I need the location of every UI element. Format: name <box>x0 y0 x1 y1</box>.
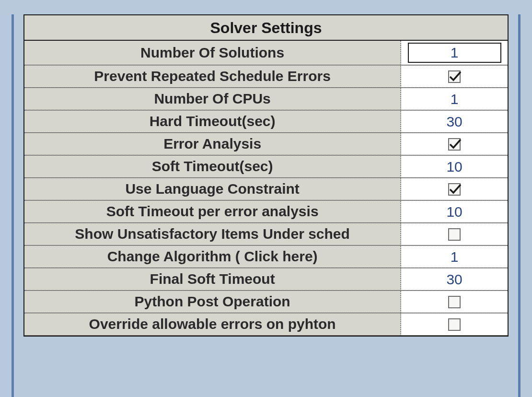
row-override-allowable-errors: Override allowable errors on pyhton <box>24 313 508 336</box>
input-soft-timeout-per-error[interactable] <box>406 204 502 220</box>
value-cell-final-soft-timeout <box>401 269 508 291</box>
label-prevent-repeated-errors: Prevent Repeated Schedule Errors <box>24 66 401 88</box>
label-python-post-operation: Python Post Operation <box>24 291 401 313</box>
label-hard-timeout: Hard Timeout(sec) <box>24 111 401 133</box>
row-final-soft-timeout: Final Soft Timeout <box>24 268 508 291</box>
value-cell-use-language-constraint <box>401 178 508 200</box>
input-hard-timeout[interactable] <box>406 114 502 130</box>
row-prevent-repeated-errors: Prevent Repeated Schedule Errors <box>24 65 508 88</box>
row-change-algorithm: Change Algorithm ( Click here) 1 <box>24 245 508 268</box>
panel-title: Solver Settings <box>24 15 508 41</box>
value-cell-error-analysis <box>401 133 508 155</box>
row-soft-timeout: Soft Timeout(sec) <box>24 155 508 178</box>
checkbox-prevent-repeated-errors[interactable] <box>448 70 461 83</box>
label-soft-timeout: Soft Timeout(sec) <box>24 156 401 178</box>
label-error-analysis: Error Analysis <box>24 133 401 155</box>
checkbox-override-allowable-errors[interactable] <box>448 318 461 331</box>
label-number-of-cpus: Number Of CPUs <box>24 88 401 110</box>
label-soft-timeout-per-error: Soft Timeout per error analysis <box>24 201 401 223</box>
row-soft-timeout-per-error: Soft Timeout per error analysis <box>24 200 508 223</box>
row-use-language-constraint: Use Language Constraint <box>24 178 508 200</box>
row-number-of-cpus: Number Of CPUs <box>24 88 508 110</box>
value-cell-show-unsatisfactory <box>401 223 508 245</box>
outer-frame: Solver Settings Number Of Solutions Prev… <box>12 14 520 397</box>
label-change-algorithm: Change Algorithm ( Click here) <box>24 246 401 268</box>
value-cell-soft-timeout-per-error <box>401 201 508 223</box>
value-cell-number-of-cpus <box>401 88 508 110</box>
row-python-post-operation: Python Post Operation <box>24 291 508 313</box>
value-cell-hard-timeout <box>401 111 508 133</box>
value-cell-soft-timeout <box>401 156 508 178</box>
label-use-language-constraint: Use Language Constraint <box>24 178 401 200</box>
checkbox-show-unsatisfactory[interactable] <box>448 228 461 241</box>
link-change-algorithm[interactable]: 1 <box>451 249 459 265</box>
solver-settings-panel: Solver Settings Number Of Solutions Prev… <box>23 14 509 337</box>
input-number-of-cpus[interactable] <box>406 91 502 107</box>
settings-table: Number Of Solutions Prevent Repeated Sch… <box>24 41 508 336</box>
checkbox-use-language-constraint[interactable] <box>448 183 461 196</box>
value-cell-override-allowable-errors <box>401 314 508 336</box>
row-show-unsatisfactory: Show Unsatisfactory Items Under sched <box>24 223 508 245</box>
input-number-of-solutions[interactable] <box>408 43 501 63</box>
checkbox-error-analysis[interactable] <box>448 138 461 151</box>
row-error-analysis: Error Analysis <box>24 133 508 155</box>
value-cell-python-post-operation <box>401 291 508 313</box>
row-number-of-solutions: Number Of Solutions <box>24 41 508 65</box>
input-soft-timeout[interactable] <box>406 159 502 175</box>
value-cell-change-algorithm: 1 <box>401 246 508 268</box>
label-final-soft-timeout: Final Soft Timeout <box>24 269 401 291</box>
label-override-allowable-errors: Override allowable errors on pyhton <box>24 314 401 336</box>
value-cell-number-of-solutions <box>401 41 508 65</box>
checkbox-python-post-operation[interactable] <box>448 296 461 308</box>
value-cell-prevent-repeated-errors <box>401 66 508 88</box>
input-final-soft-timeout[interactable] <box>406 271 502 288</box>
label-number-of-solutions: Number Of Solutions <box>24 41 401 65</box>
row-hard-timeout: Hard Timeout(sec) <box>24 110 508 133</box>
label-show-unsatisfactory: Show Unsatisfactory Items Under sched <box>24 223 401 245</box>
